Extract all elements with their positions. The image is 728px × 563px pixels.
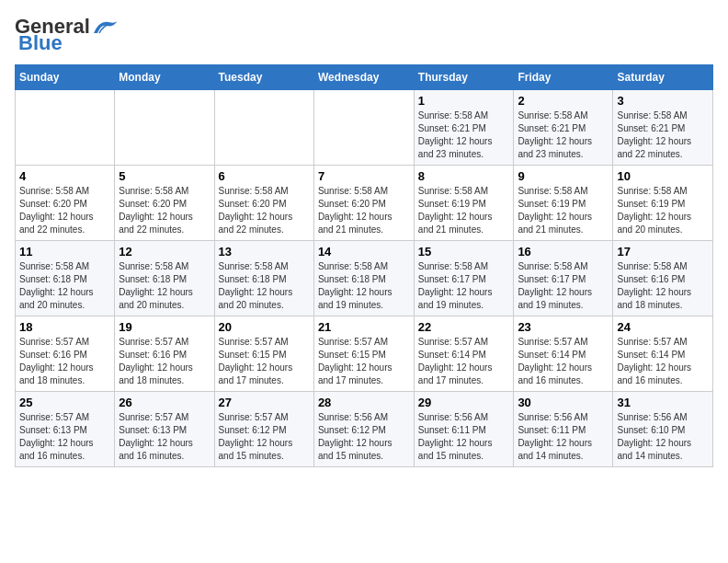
weekday-header-wednesday: Wednesday — [313, 65, 414, 90]
day-info: Sunrise: 5:58 AM Sunset: 6:18 PM Dayligh… — [219, 260, 310, 312]
day-info: Sunrise: 5:57 AM Sunset: 6:15 PM Dayligh… — [318, 336, 410, 387]
day-number: 19 — [119, 320, 210, 334]
day-number: 25 — [19, 396, 110, 409]
day-number: 12 — [119, 245, 210, 259]
day-info: Sunrise: 5:58 AM Sunset: 6:19 PM Dayligh… — [418, 185, 510, 236]
day-number: 15 — [418, 245, 510, 259]
day-info: Sunrise: 5:57 AM Sunset: 6:14 PM Dayligh… — [518, 336, 609, 387]
day-info: Sunrise: 5:57 AM Sunset: 6:14 PM Dayligh… — [617, 336, 709, 387]
day-info: Sunrise: 5:58 AM Sunset: 6:20 PM Dayligh… — [318, 185, 410, 236]
calendar-cell: 26Sunrise: 5:57 AM Sunset: 6:13 PM Dayli… — [115, 392, 214, 467]
calendar-cell: 29Sunrise: 5:56 AM Sunset: 6:11 PM Dayli… — [414, 392, 514, 467]
calendar-cell: 16Sunrise: 5:58 AM Sunset: 6:17 PM Dayli… — [514, 241, 613, 316]
calendar-cell: 7Sunrise: 5:58 AM Sunset: 6:20 PM Daylig… — [313, 166, 414, 241]
day-info: Sunrise: 5:57 AM Sunset: 6:14 PM Dayligh… — [418, 336, 510, 387]
calendar-cell: 27Sunrise: 5:57 AM Sunset: 6:12 PM Dayli… — [214, 392, 313, 467]
day-info: Sunrise: 5:57 AM Sunset: 6:16 PM Dayligh… — [19, 336, 110, 387]
day-number: 30 — [518, 396, 609, 409]
day-info: Sunrise: 5:57 AM Sunset: 6:15 PM Dayligh… — [219, 336, 310, 387]
day-info: Sunrise: 5:58 AM Sunset: 6:20 PM Dayligh… — [119, 185, 210, 236]
day-info: Sunrise: 5:56 AM Sunset: 6:12 PM Dayligh… — [318, 411, 410, 463]
day-info: Sunrise: 5:58 AM Sunset: 6:17 PM Dayligh… — [418, 260, 510, 312]
weekday-header-monday: Monday — [115, 65, 214, 90]
day-info: Sunrise: 5:58 AM Sunset: 6:21 PM Dayligh… — [617, 109, 709, 161]
day-info: Sunrise: 5:56 AM Sunset: 6:10 PM Dayligh… — [617, 411, 709, 463]
day-info: Sunrise: 5:58 AM Sunset: 6:18 PM Dayligh… — [119, 260, 210, 312]
day-number: 7 — [318, 169, 410, 183]
day-number: 27 — [219, 396, 310, 409]
calendar-cell: 30Sunrise: 5:56 AM Sunset: 6:11 PM Dayli… — [514, 392, 613, 467]
weekday-header-sunday: Sunday — [16, 65, 115, 90]
calendar-cell: 22Sunrise: 5:57 AM Sunset: 6:14 PM Dayli… — [414, 316, 514, 392]
calendar-cell: 2Sunrise: 5:58 AM Sunset: 6:21 PM Daylig… — [514, 90, 613, 166]
day-info: Sunrise: 5:58 AM Sunset: 6:16 PM Dayligh… — [617, 260, 709, 312]
calendar-cell: 11Sunrise: 5:58 AM Sunset: 6:18 PM Dayli… — [16, 241, 115, 316]
day-number: 11 — [19, 245, 110, 259]
day-number: 6 — [219, 169, 310, 183]
day-info: Sunrise: 5:58 AM Sunset: 6:19 PM Dayligh… — [617, 185, 709, 236]
calendar-cell: 28Sunrise: 5:56 AM Sunset: 6:12 PM Dayli… — [313, 392, 414, 467]
calendar-cell — [313, 90, 414, 166]
calendar-cell: 19Sunrise: 5:57 AM Sunset: 6:16 PM Dayli… — [115, 316, 214, 392]
day-info: Sunrise: 5:56 AM Sunset: 6:11 PM Dayligh… — [518, 411, 609, 463]
day-number: 3 — [617, 94, 709, 108]
day-number: 17 — [617, 245, 709, 259]
calendar-cell: 20Sunrise: 5:57 AM Sunset: 6:15 PM Dayli… — [214, 316, 313, 392]
day-number: 23 — [518, 320, 609, 334]
day-number: 9 — [518, 169, 609, 183]
day-info: Sunrise: 5:58 AM Sunset: 6:18 PM Dayligh… — [318, 260, 410, 312]
day-number: 8 — [418, 169, 510, 183]
day-number: 2 — [518, 94, 609, 108]
calendar-cell: 3Sunrise: 5:58 AM Sunset: 6:21 PM Daylig… — [613, 90, 713, 166]
day-info: Sunrise: 5:57 AM Sunset: 6:16 PM Dayligh… — [119, 336, 210, 387]
day-info: Sunrise: 5:57 AM Sunset: 6:13 PM Dayligh… — [119, 411, 210, 463]
day-number: 26 — [119, 396, 210, 409]
calendar-cell — [16, 90, 115, 166]
day-info: Sunrise: 5:58 AM Sunset: 6:18 PM Dayligh… — [19, 260, 110, 312]
calendar-cell: 5Sunrise: 5:58 AM Sunset: 6:20 PM Daylig… — [115, 166, 214, 241]
calendar-cell: 21Sunrise: 5:57 AM Sunset: 6:15 PM Dayli… — [313, 316, 414, 392]
calendar-cell: 13Sunrise: 5:58 AM Sunset: 6:18 PM Dayli… — [214, 241, 313, 316]
calendar-cell: 23Sunrise: 5:57 AM Sunset: 6:14 PM Dayli… — [514, 316, 613, 392]
weekday-header-saturday: Saturday — [613, 65, 713, 90]
calendar-cell: 24Sunrise: 5:57 AM Sunset: 6:14 PM Dayli… — [613, 316, 713, 392]
day-info: Sunrise: 5:58 AM Sunset: 6:21 PM Dayligh… — [418, 109, 510, 161]
day-info: Sunrise: 5:58 AM Sunset: 6:21 PM Dayligh… — [518, 109, 609, 161]
day-info: Sunrise: 5:57 AM Sunset: 6:13 PM Dayligh… — [19, 411, 110, 463]
day-info: Sunrise: 5:57 AM Sunset: 6:12 PM Dayligh… — [219, 411, 310, 463]
day-number: 4 — [19, 169, 110, 183]
calendar-cell: 15Sunrise: 5:58 AM Sunset: 6:17 PM Dayli… — [414, 241, 514, 316]
calendar-cell — [115, 90, 214, 166]
day-number: 14 — [318, 245, 410, 259]
calendar-cell: 18Sunrise: 5:57 AM Sunset: 6:16 PM Dayli… — [16, 316, 115, 392]
day-number: 1 — [418, 94, 510, 108]
calendar-cell: 17Sunrise: 5:58 AM Sunset: 6:16 PM Dayli… — [613, 241, 713, 316]
day-info: Sunrise: 5:58 AM Sunset: 6:20 PM Dayligh… — [219, 185, 310, 236]
day-number: 13 — [219, 245, 310, 259]
day-info: Sunrise: 5:56 AM Sunset: 6:11 PM Dayligh… — [418, 411, 510, 463]
day-number: 20 — [219, 320, 310, 334]
calendar-cell — [214, 90, 313, 166]
day-info: Sunrise: 5:58 AM Sunset: 6:17 PM Dayligh… — [518, 260, 609, 312]
day-number: 24 — [617, 320, 709, 334]
header: General Blue — [15, 15, 713, 55]
weekday-header-thursday: Thursday — [414, 65, 514, 90]
calendar-cell: 31Sunrise: 5:56 AM Sunset: 6:10 PM Dayli… — [613, 392, 713, 467]
day-number: 28 — [318, 396, 410, 409]
calendar-cell: 9Sunrise: 5:58 AM Sunset: 6:19 PM Daylig… — [514, 166, 613, 241]
day-number: 21 — [318, 320, 410, 334]
logo-blue: Blue — [18, 31, 63, 55]
day-number: 29 — [418, 396, 510, 409]
logo: General Blue — [15, 15, 119, 55]
calendar-cell: 4Sunrise: 5:58 AM Sunset: 6:20 PM Daylig… — [16, 166, 115, 241]
weekday-header-tuesday: Tuesday — [214, 65, 313, 90]
calendar-cell: 6Sunrise: 5:58 AM Sunset: 6:20 PM Daylig… — [214, 166, 313, 241]
day-number: 10 — [617, 169, 709, 183]
day-number: 18 — [19, 320, 110, 334]
calendar-cell: 25Sunrise: 5:57 AM Sunset: 6:13 PM Dayli… — [16, 392, 115, 467]
weekday-header-friday: Friday — [514, 65, 613, 90]
calendar-cell: 10Sunrise: 5:58 AM Sunset: 6:19 PM Dayli… — [613, 166, 713, 241]
calendar-cell: 14Sunrise: 5:58 AM Sunset: 6:18 PM Dayli… — [313, 241, 414, 316]
day-number: 16 — [518, 245, 609, 259]
calendar-table: SundayMondayTuesdayWednesdayThursdayFrid… — [15, 64, 713, 467]
